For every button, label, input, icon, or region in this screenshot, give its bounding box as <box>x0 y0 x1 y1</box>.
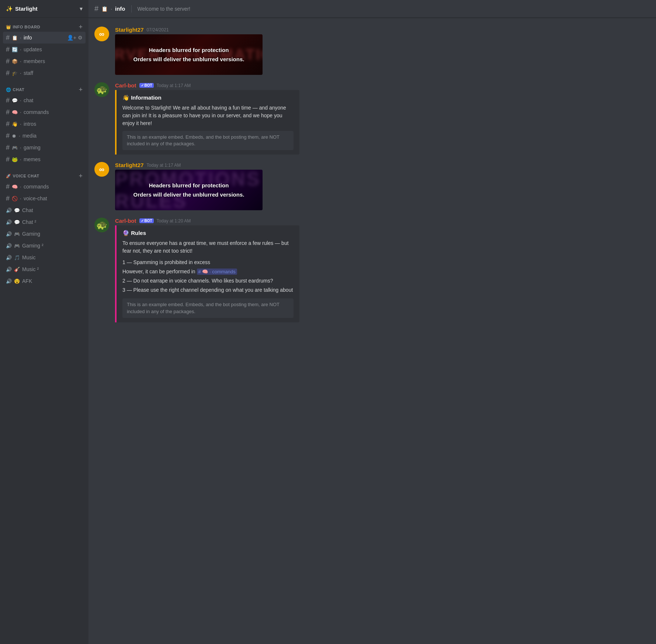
rule-line-0-msg4: 1 — Spamming is prohibited in excess <box>122 259 294 266</box>
channel-item-media[interactable]: # ⏺ · media <box>3 130 86 142</box>
header-topic: Welcome to the server! <box>138 6 191 12</box>
section-title-info-board: 👑 INFO BOARD <box>6 25 40 30</box>
section-chat: 🌐 CHAT+ # 💬 · chat # 🧠 · commands # 👋 · … <box>0 80 88 167</box>
channel-item-gaming[interactable]: # 🎮 · gaming <box>3 142 86 153</box>
blur-text-line-msg1: Headers blurred for protection <box>149 45 229 55</box>
channel-bullet-vc-voice-chat: · <box>20 195 21 201</box>
main-content: # 📋 · info Welcome to the server! ∞Starl… <box>88 0 656 644</box>
section-info-board: 👑 INFO BOARD+ # 📋 · info 👤+ ⚙ # 🔄 · upda… <box>0 18 88 80</box>
channel-bullet-updates: · <box>20 46 21 52</box>
blur-image-msg3: PROMOTIONS RULES Headers blurred for pro… <box>115 170 263 210</box>
voice-channel-item-vc-gaming2[interactable]: 🔊 🎮 Gaming ² <box>3 240 86 252</box>
message-content-msg1: Starlight2707/24/2021 SERVER INFORMATION… <box>115 27 650 75</box>
channel-bullet-info: · <box>20 35 21 41</box>
section-add-info-board[interactable]: + <box>79 24 83 30</box>
voice-channel-name-vc-gaming2: Gaming ² <box>22 243 83 249</box>
rule-line-3-msg4: 3 — Please use the right channel dependi… <box>122 286 294 294</box>
avatar-msg4: 🐢 <box>94 218 109 232</box>
channel-emoji-updates: 🔄 <box>12 47 18 52</box>
commands-mention-msg4[interactable]: # 🧠 · commands <box>197 269 237 275</box>
channel-item-memes[interactable]: # 🐸 · memes <box>3 153 86 165</box>
header-channel-name: info <box>115 6 125 12</box>
server-dropdown-icon[interactable]: ▾ <box>80 5 83 12</box>
channel-emoji-media: ⏺ <box>12 133 17 139</box>
voice-channel-item-vc-gaming[interactable]: 🔊 🎮 Gaming <box>3 228 86 240</box>
channel-hash-media: # <box>6 132 10 140</box>
rule-line-1-msg4: However, it can be performed in # 🧠 · co… <box>122 268 294 276</box>
messages-area: ∞Starlight2707/24/2021 SERVER INFORMATIO… <box>88 18 656 644</box>
channel-item-vc-voice-chat[interactable]: # 🚫 · voice-chat <box>3 193 86 204</box>
speaker-icon-vc-music2: 🔊 <box>6 267 12 272</box>
embed-title-msg4: 🔮 Rules <box>122 230 294 236</box>
header-hash-icon: # <box>94 4 98 13</box>
header-bullet: · <box>111 6 112 12</box>
channel-emoji-chat: 💬 <box>12 98 18 103</box>
voice-emoji-vc-gaming: 🎮 <box>14 231 20 237</box>
channel-bullet-commands: · <box>20 109 21 115</box>
channel-hash-memes: # <box>6 156 10 163</box>
section-header-info-board[interactable]: 👑 INFO BOARD+ <box>3 24 86 30</box>
section-add-voice-chat[interactable]: + <box>79 173 83 179</box>
channel-name-commands: commands <box>24 109 83 115</box>
channel-name-intros: intros <box>24 121 83 127</box>
message-timestamp-msg3: Today at 1:17 AM <box>147 163 181 168</box>
channel-bullet-vc-commands: · <box>20 184 21 190</box>
channel-name-members: members <box>24 58 83 64</box>
blur-text-line-msg3: Orders will deliver the unblurred versio… <box>133 190 244 200</box>
channel-bullet-staff: · <box>20 70 21 76</box>
voice-channel-item-vc-music2[interactable]: 🔊 🎸 Music ² <box>3 263 86 275</box>
embed-description-msg4: To ensure everyone has a great time, we … <box>122 239 294 255</box>
embed-footer-msg2: This is an example embed. Embeds, and th… <box>122 131 294 150</box>
section-title-voice-chat: 🚀 VOICE CHAT <box>6 174 39 179</box>
voice-channel-item-vc-chat2[interactable]: 🔊 💬 Chat ² <box>3 216 86 228</box>
add-member-icon-info[interactable]: 👤+ <box>67 35 76 41</box>
avatar-msg1: ∞ <box>94 27 109 41</box>
channel-item-staff[interactable]: # 🎓 · staff <box>3 67 86 79</box>
section-title-chat: 🌐 CHAT <box>6 87 24 92</box>
avatar-msg2: 🐢 <box>94 82 109 97</box>
channel-emoji-members: 📦 <box>12 59 18 64</box>
message-group-msg2: 🐢Carl-bot✓ BOTToday at 1:17 AM👋 Informat… <box>88 79 656 157</box>
voice-channel-item-vc-afk[interactable]: 🔊 😵 AFK <box>3 275 86 287</box>
settings-icon-info[interactable]: ⚙ <box>78 35 83 41</box>
channel-item-info[interactable]: # 📋 · info 👤+ ⚙ <box>3 32 86 44</box>
blur-overlay-msg1: Headers blurred for protectionOrders wil… <box>115 34 263 75</box>
channel-name-memes: memes <box>24 156 83 162</box>
channel-name-info: info <box>24 35 65 41</box>
voice-channel-item-vc-chat[interactable]: 🔊 💬 Chat <box>3 204 86 216</box>
message-author-msg3[interactable]: Starlight27 <box>115 162 144 168</box>
section-voice-chat: 🚀 VOICE CHAT+ # 🧠 · commands # 🚫 · voice… <box>0 167 88 288</box>
channel-bullet-members: · <box>20 58 21 64</box>
channel-item-commands[interactable]: # 🧠 · commands <box>3 106 86 118</box>
section-add-chat[interactable]: + <box>79 86 83 93</box>
channel-hash-intros: # <box>6 120 10 128</box>
channel-hash-commands: # <box>6 108 10 116</box>
voice-channel-name-vc-chat: Chat <box>22 207 83 213</box>
message-author-msg1[interactable]: Starlight27 <box>115 27 144 33</box>
channel-hash-vc-voice-chat: # <box>6 195 10 202</box>
voice-channel-name-vc-gaming: Gaming <box>22 231 83 237</box>
channel-item-chat[interactable]: # 💬 · chat <box>3 94 86 106</box>
section-header-voice-chat[interactable]: 🚀 VOICE CHAT+ <box>3 173 86 179</box>
voice-channel-item-vc-music[interactable]: 🔊 🎵 Music <box>3 252 86 263</box>
message-author-msg4[interactable]: Carl-bot <box>115 218 136 224</box>
speaker-icon-vc-chat: 🔊 <box>6 208 12 213</box>
message-author-msg2[interactable]: Carl-bot <box>115 82 136 89</box>
voice-channel-name-vc-afk: AFK <box>22 278 83 284</box>
server-header[interactable]: ✨ Starlight ▾ <box>0 0 88 18</box>
channel-item-updates[interactable]: # 🔄 · updates <box>3 44 86 55</box>
channel-item-members[interactable]: # 📦 · members <box>3 55 86 67</box>
channel-item-vc-commands[interactable]: # 🧠 · commands <box>3 181 86 193</box>
message-group-msg3: ∞Starlight27Today at 1:17 AM PROMOTIONS … <box>88 159 656 213</box>
message-content-msg4: Carl-bot✓ BOTToday at 1:20 AM🔮 RulesTo e… <box>115 218 650 322</box>
voice-emoji-vc-gaming2: 🎮 <box>14 243 20 249</box>
message-content-msg3: Starlight27Today at 1:17 AM PROMOTIONS R… <box>115 162 650 210</box>
section-header-chat[interactable]: 🌐 CHAT+ <box>3 86 86 93</box>
channel-item-intros[interactable]: # 👋 · intros <box>3 118 86 130</box>
channel-name-updates: updates <box>24 46 83 52</box>
avatar-msg3: ∞ <box>94 162 109 177</box>
channel-header: # 📋 · info Welcome to the server! <box>88 0 656 18</box>
channel-hash-vc-commands: # <box>6 183 10 191</box>
channel-bullet-intros: · <box>20 121 21 127</box>
voice-channel-name-vc-chat2: Chat ² <box>22 219 83 225</box>
